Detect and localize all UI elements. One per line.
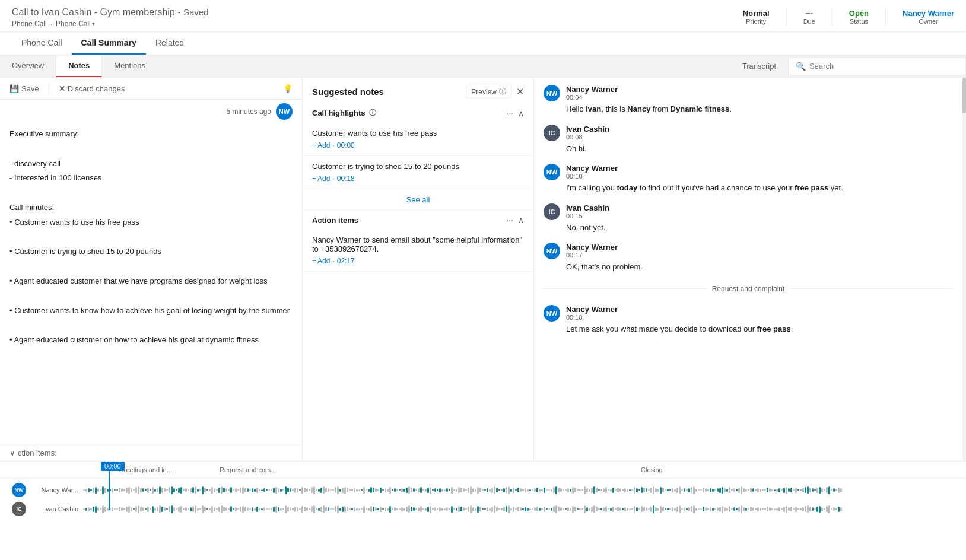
discard-button[interactable]: ✕ Discard changes [59, 84, 125, 93]
search-icon: 🔍 [796, 62, 806, 71]
nw-avatar-4: NW [544, 305, 560, 335]
page-title: Call to Ivan Cashin - Gym membership - S… [12, 6, 208, 18]
highlights-more-button[interactable]: ··· [506, 109, 513, 118]
transcript-entry-4: IC Ivan Cashin 00:15 No, not yet. [544, 203, 953, 234]
header-divider-3 [885, 8, 886, 27]
priority-meta: Normal Priority [743, 9, 770, 25]
highlight-2-add-button[interactable]: + Add [312, 174, 330, 183]
highlight-item-1: Customer wants to use his free pass + Ad… [303, 123, 533, 156]
timeline-row-nw: NW Nancy War... [12, 483, 954, 497]
tab-phone-call[interactable]: Phone Call [12, 32, 72, 55]
header-divider-1 [786, 8, 787, 27]
sub-tab-overview[interactable]: Overview [0, 55, 56, 77]
transcript-entry-1: NW Nancy Warner 00:04 Hello Ivan, this i… [544, 85, 953, 115]
discard-icon: ✕ [59, 84, 65, 93]
breadcrumb-dropdown[interactable]: Phone Call ▾ [56, 20, 95, 28]
sub-tabs-bar: Overview Notes Mentions Transcript 🔍 [0, 55, 966, 78]
timeline-segment-3: Closing [641, 466, 663, 473]
main-content: 💾 Save ✕ Discard changes 💡 5 minutes ago… [0, 78, 966, 461]
action-items-title: Action items [312, 216, 358, 225]
owner-meta: Nancy Warner Owner [903, 9, 954, 25]
sub-tab-notes[interactable]: Notes [56, 55, 102, 77]
save-button[interactable]: 💾 Save [9, 84, 39, 93]
suggested-header-right: Preview ⓘ ✕ [466, 85, 524, 98]
highlight-1-add-button[interactable]: + Add [312, 141, 330, 149]
timeline-segment-2: Request and com... [220, 466, 276, 473]
timeline-nw-label: Nancy War... [31, 486, 78, 494]
plus-icon: + [312, 257, 316, 265]
suggested-title: Suggested notes [312, 87, 384, 97]
notes-toolbar: 💾 Save ✕ Discard changes 💡 [0, 78, 302, 100]
header-left: Call to Ivan Cashin - Gym membership - S… [12, 6, 208, 28]
suggested-header: Suggested notes Preview ⓘ ✕ [303, 78, 533, 103]
nw-avatar-1: NW [544, 85, 560, 115]
timeline-section: 00:00 Greetings and in... Request and co… [0, 461, 966, 526]
info-icon: ⓘ [499, 87, 506, 97]
due-meta: --- Due [803, 9, 815, 25]
ic-waveform[interactable] [83, 502, 954, 516]
sub-tab-mentions[interactable]: Mentions [102, 55, 157, 77]
timeline-row-ic: IC Ivan Cashin [12, 502, 954, 516]
transcript-entry-6: NW Nancy Warner 00:18 Let me ask you wha… [544, 305, 953, 335]
transcript-search: Transcript 🔍 [730, 56, 966, 77]
save-icon: 💾 [9, 84, 19, 93]
chevron-down-icon: ▾ [92, 21, 95, 27]
ic-avatar-2: IC [544, 203, 560, 234]
info-icon: ⓘ [369, 108, 376, 118]
timeline-nw-avatar: NW [12, 483, 26, 497]
highlights-collapse-button[interactable]: ∧ [518, 109, 524, 118]
timeline-marker-label: 00:00 [101, 462, 125, 471]
transcript-scrollbar[interactable] [962, 78, 966, 461]
action-1-time-link[interactable]: 02:17 [337, 257, 355, 265]
header-right: Normal Priority --- Due Open Status Nanc… [743, 8, 954, 27]
highlight-2-time-link[interactable]: 00:18 [337, 174, 355, 183]
chevron-down-icon: ∨ [9, 448, 15, 457]
app-header: Call to Ivan Cashin - Gym membership - S… [0, 0, 966, 32]
highlight-1-time-link[interactable]: 00:00 [337, 141, 355, 149]
suggested-notes-panel: Suggested notes Preview ⓘ ✕ Call highlig… [303, 78, 534, 461]
plus-icon: + [312, 174, 316, 183]
transcript-entry-3: NW Nancy Warner 00:10 I'm calling you to… [544, 164, 953, 194]
tab-call-summary[interactable]: Call Summary [72, 32, 146, 55]
status-meta: Open Status [849, 9, 869, 25]
timeline-waveforms: NW Nancy War... IC Ivan Cashin [0, 478, 966, 518]
nw-avatar-2: NW [544, 164, 560, 194]
search-input[interactable] [809, 62, 958, 71]
notes-avatar: NW [276, 103, 293, 120]
action-items-actions: ··· ∧ [506, 215, 524, 225]
transcript-panel: NW Nancy Warner 00:04 Hello Ivan, this i… [534, 78, 966, 461]
notes-panel: 💾 Save ✕ Discard changes 💡 5 minutes ago… [0, 78, 303, 461]
action-items-more-button[interactable]: ··· [506, 215, 513, 225]
search-box[interactable]: 🔍 [788, 58, 966, 75]
header-subtitle: Phone Call · Phone Call ▾ [12, 20, 208, 28]
action-items-section-header: Action items ··· ∧ [303, 211, 533, 230]
scrollbar-thumb[interactable] [962, 78, 966, 113]
plus-icon: + [312, 141, 316, 149]
bulb-button[interactable]: 💡 [283, 84, 293, 93]
close-button[interactable]: ✕ [516, 86, 524, 97]
action-items-collapse-button[interactable]: ∧ [518, 215, 524, 225]
timeline-ic-label: Ivan Cashin [31, 505, 78, 513]
transcript-entry-2: IC Ivan Cashin 00:08 Oh hi. [544, 125, 953, 155]
highlight-item-2: Customer is trying to shed 15 to 20 poun… [303, 156, 533, 189]
highlights-title: Call highlights ⓘ [312, 108, 376, 118]
notes-body[interactable]: Executive summary: - discovery call - In… [0, 123, 302, 444]
highlight-2-actions: + Add · 00:18 [312, 174, 524, 183]
see-all-button[interactable]: See all [303, 189, 533, 211]
nw-avatar-3: NW [544, 243, 560, 273]
notes-header-row: 5 minutes ago NW [0, 100, 302, 123]
timeline-ic-avatar: IC [12, 502, 26, 516]
transcript-label: Transcript [730, 56, 788, 77]
timeline-segment-1: Greetings and in... [119, 466, 172, 473]
action-item-1: Nancy Warner to send email about "some h… [303, 230, 533, 272]
toolbar-right: 💡 [283, 84, 293, 93]
toolbar-separator [49, 82, 49, 94]
transcript-entry-5: NW Nancy Warner 00:17 OK, that's no prob… [544, 243, 953, 273]
action-1-add-button[interactable]: + Add [312, 257, 330, 265]
header-divider-2 [832, 8, 832, 27]
nw-waveform[interactable] [83, 483, 954, 497]
nav-tabs: Phone Call Call Summary Related [0, 32, 966, 55]
notes-bottom[interactable]: ∨ ction items: [0, 444, 302, 461]
tab-related[interactable]: Related [146, 32, 193, 55]
highlights-actions: ··· ∧ [506, 109, 524, 118]
